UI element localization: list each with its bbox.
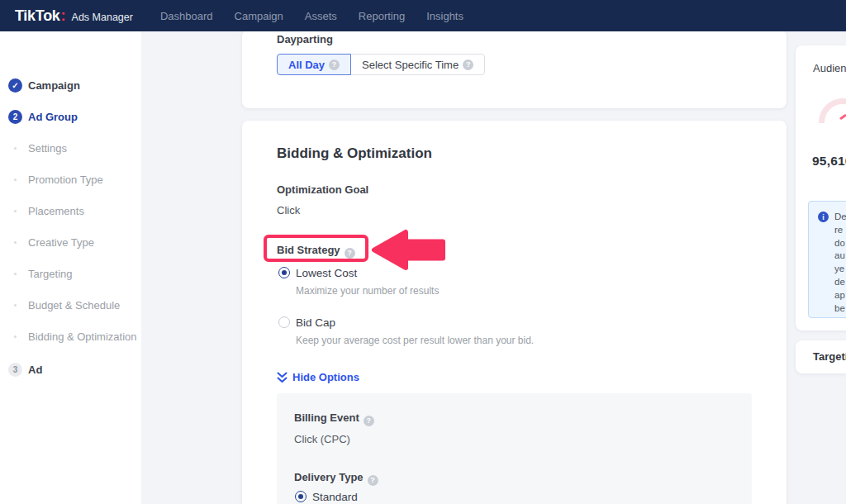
lowest-cost-label: Lowest Cost — [296, 267, 357, 279]
bullet-dot-icon — [8, 210, 22, 212]
help-icon[interactable]: ? — [329, 59, 340, 70]
lowest-cost-radio[interactable] — [278, 267, 290, 278]
sidebar-item-bidding-optimization[interactable]: Bidding & Optimization — [0, 321, 141, 352]
nav-item-assets[interactable]: Assets — [305, 10, 337, 22]
card-title: Bidding & Optimization — [277, 145, 432, 162]
billing-event-label: Billing Event? — [294, 411, 374, 426]
bid-strategy-label: Bid Strategy? — [277, 244, 355, 259]
standard-delivery-label: Standard — [312, 491, 358, 503]
audience-gauge-icon — [819, 98, 846, 123]
sidebar-item-ad-group[interactable]: 2 Ad Group — [0, 101, 141, 132]
dayparting-segmented-control: All Day ? Select Specific Time ? — [277, 54, 485, 75]
bid-cap-desc: Keep your average cost per result lower … — [296, 335, 534, 346]
info-icon: i — [818, 212, 829, 222]
sidebar-item-targeting[interactable]: Targeting — [0, 258, 141, 289]
bid-cap-label: Bid Cap — [296, 316, 335, 329]
all-day-option[interactable]: All Day ? — [277, 54, 351, 75]
sidebar-item-campaign[interactable]: ✓ Campaign — [0, 69, 141, 101]
help-icon[interactable]: ? — [345, 248, 355, 259]
bullet-dot-icon — [8, 178, 22, 181]
steps-sidebar: ✓ Campaign 2 Ad Group Settings Promotion… — [0, 31, 141, 504]
sidebar-item-ad[interactable]: 3 Ad — [0, 354, 141, 385]
check-icon: ✓ — [8, 78, 22, 93]
bullet-dot-icon — [8, 241, 22, 244]
sidebar-item-placements[interactable]: Placements — [0, 195, 141, 226]
audience-count: 95,610 — [812, 154, 846, 169]
step-number-badge: 2 — [8, 110, 22, 124]
optimization-goal-label: Optimization Goal — [277, 183, 368, 196]
bullet-dot-icon — [8, 335, 22, 338]
chevron-double-down-icon — [277, 372, 288, 383]
tiktok-logo[interactable]: TikTok: Ads Manager — [15, 7, 133, 25]
nav-item-insights[interactable]: Insights — [426, 10, 463, 22]
audience-card: Audienc 95,610 i De re do au ye de ap be — [796, 45, 846, 330]
dayparting-label: Dayparting — [277, 33, 333, 45]
top-navbar: TikTok: Ads Manager Dashboard Campaign A… — [0, 0, 846, 31]
audience-info-text: De re do au ye de ap be — [834, 211, 846, 315]
help-icon[interactable]: ? — [463, 59, 473, 70]
help-icon[interactable]: ? — [368, 475, 378, 486]
advanced-options-panel: Billing Event? Click (CPC) Delivery Type… — [277, 393, 752, 504]
targeting-label: Targetin — [813, 350, 846, 363]
targeting-card: Targetin — [796, 340, 846, 373]
top-nav-items: Dashboard Campaign Assets Reporting Insi… — [160, 10, 463, 22]
help-icon[interactable]: ? — [364, 416, 374, 426]
sidebar-item-creative-type[interactable]: Creative Type — [0, 226, 141, 258]
billing-event-value: Click (CPC) — [294, 433, 350, 445]
lowest-cost-desc: Maximize your number of results — [296, 285, 439, 297]
dayparting-card: Dayparting All Day ? Select Specific Tim… — [242, 30, 787, 108]
audience-label: Audienc — [813, 62, 846, 74]
tiktok-logo-text: TikTok — [15, 7, 60, 25]
select-specific-time-option[interactable]: Select Specific Time ? — [350, 54, 485, 75]
step-number-badge: 3 — [8, 363, 22, 377]
nav-item-dashboard[interactable]: Dashboard — [160, 10, 213, 22]
standard-delivery-radio[interactable] — [295, 491, 307, 502]
bidding-optimization-card: Bidding & Optimization Optimization Goal… — [242, 121, 787, 504]
optimization-goal-value: Click — [277, 204, 300, 216]
sidebar-item-budget-schedule[interactable]: Budget & Schedule — [0, 289, 141, 321]
bullet-dot-icon — [8, 273, 22, 275]
delivery-type-label: Delivery Type? — [294, 471, 378, 486]
ads-manager-label: Ads Manager — [72, 12, 133, 23]
hide-options-link[interactable]: Hide Options — [277, 371, 359, 383]
nav-item-campaign[interactable]: Campaign — [235, 10, 283, 22]
bid-cap-radio[interactable] — [278, 316, 290, 328]
sidebar-item-settings[interactable]: Settings — [0, 132, 141, 164]
bullet-dot-icon — [8, 147, 22, 150]
tiktok-logo-colon-icon: : — [61, 7, 66, 25]
audience-info-box: i De re do au ye de ap be — [808, 201, 846, 318]
sidebar-item-promotion-type[interactable]: Promotion Type — [0, 164, 141, 195]
nav-item-reporting[interactable]: Reporting — [359, 10, 405, 22]
bullet-dot-icon — [8, 304, 22, 307]
